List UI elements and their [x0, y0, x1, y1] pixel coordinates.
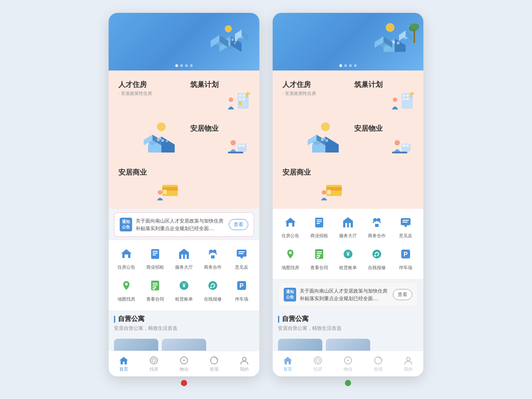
- icon-housing-notice-r[interactable]: 住房公告: [278, 213, 303, 239]
- icon-housing-notice[interactable]: 住房公告: [114, 245, 139, 270]
- svg-point-105: [393, 98, 397, 102]
- property-illus-r: [388, 135, 417, 159]
- nav-home-label-right: 首页: [283, 366, 292, 372]
- service-hall-label: 服务大厅: [175, 264, 193, 270]
- icon-online-repair[interactable]: 在线报修: [200, 277, 225, 302]
- svg-rect-137: [317, 253, 322, 254]
- nav-home-icon-left: [119, 356, 129, 365]
- svg-rect-126: [349, 223, 351, 227]
- icon-map-find-r[interactable]: 地图找房: [278, 245, 303, 271]
- announcement-left: 通知 公告 关于面向南山区人才安居政策与加快住房补贴落实到重点企业规划已经全面.…: [114, 212, 254, 237]
- card-rencai-title-r: 人才住房: [282, 80, 342, 90]
- view-contract-label: 查看合同: [146, 296, 164, 302]
- svg-rect-46: [153, 254, 156, 255]
- svg-marker-55: [240, 257, 243, 259]
- svg-rect-21: [161, 139, 164, 142]
- card-property[interactable]: 安居物业: [186, 120, 254, 160]
- section-header-right: 自营公寓: [273, 310, 423, 325]
- svg-rect-35: [239, 145, 241, 147]
- svg-rect-104: [407, 98, 409, 100]
- nav-findroom-left[interactable]: 找房: [149, 356, 159, 372]
- icon-service-hall[interactable]: 服务大厅: [172, 245, 196, 270]
- icon-row-1-r: 住房公告 商业招租 服务大厅: [276, 213, 420, 239]
- icon-online-repair-r[interactable]: 在线报修: [364, 245, 389, 271]
- parking-icon-r: P: [397, 245, 415, 263]
- nav-mine-left[interactable]: 我的: [239, 356, 249, 372]
- card-thumb-r1[interactable]: [278, 339, 322, 351]
- service-hall-icon-r: [339, 213, 357, 231]
- rdot-2: [344, 64, 347, 67]
- svg-point-70: [150, 357, 157, 364]
- icon-feedback[interactable]: 意见反: [229, 245, 254, 270]
- card-thumb-r2[interactable]: [326, 339, 370, 351]
- map-find-label-r: 地图找房: [282, 265, 299, 271]
- scroll-area-left: 人才住房 · 安居政策性住房: [109, 70, 259, 351]
- nav-discover-icon-left: [209, 356, 219, 365]
- card-thumb-1[interactable]: [114, 339, 158, 351]
- svg-rect-30: [246, 92, 248, 98]
- card-commerce-right[interactable]: 安居商业: [278, 164, 346, 203]
- announcement-btn[interactable]: 查看: [229, 219, 248, 230]
- card-rencai-right[interactable]: 人才住房 · 安居政策性住房: [278, 76, 346, 160]
- svg-point-127: [373, 218, 377, 222]
- icon-view-contract[interactable]: 查看合同: [143, 277, 168, 302]
- card-commerce[interactable]: 安居商业: [114, 164, 182, 203]
- nav-property-left[interactable]: 物业: [179, 356, 189, 372]
- icon-business-coop-r[interactable]: 商务合作: [364, 213, 389, 239]
- rencai-illus: [141, 113, 181, 158]
- svg-marker-124: [343, 217, 353, 221]
- svg-point-9: [225, 25, 232, 32]
- icon-parking[interactable]: P 停车场: [229, 277, 254, 302]
- nav-discover-left[interactable]: 发现: [209, 356, 219, 372]
- card-property-right[interactable]: 安居物业: [350, 120, 418, 160]
- card-zhuchao[interactable]: 筑巢计划: [186, 76, 254, 116]
- icon-commercial-rent[interactable]: 商业招租: [143, 245, 168, 270]
- dot-3: [185, 64, 188, 67]
- svg-point-75: [243, 357, 246, 361]
- nav-property-icon-left: [179, 356, 189, 365]
- card-zhuchao-right[interactable]: 筑巢计划: [350, 76, 418, 116]
- svg-point-32: [231, 140, 236, 145]
- svg-rect-99: [325, 139, 328, 142]
- nav-home-right[interactable]: 首页: [283, 356, 293, 372]
- card-preview-right: [273, 335, 423, 351]
- card-property-title-r: 安居物业: [354, 124, 414, 133]
- nav-mine-right[interactable]: 我的: [403, 356, 413, 372]
- icon-map-find[interactable]: 地图找房: [114, 277, 139, 302]
- property-illus: [224, 135, 253, 159]
- nav-findroom-right[interactable]: 找房: [313, 356, 323, 372]
- icon-business-coop[interactable]: 商务合作: [200, 245, 225, 270]
- svg-rect-106: [411, 92, 412, 98]
- nav-mine-icon-left: [239, 356, 249, 365]
- nav-property-label-left: 物业: [180, 366, 188, 372]
- icon-rent-bill[interactable]: ¥ 租赁账单: [172, 277, 196, 302]
- parking-label-r: 停车场: [399, 265, 412, 271]
- card-thumb-2[interactable]: [162, 339, 206, 351]
- svg-rect-101: [403, 94, 405, 97]
- nav-home-left[interactable]: 首页: [119, 356, 129, 372]
- icon-rent-bill-r[interactable]: ¥ 租赁账单: [336, 245, 360, 271]
- svg-rect-50: [185, 254, 187, 259]
- svg-point-150: [375, 357, 382, 364]
- svg-rect-103: [403, 98, 405, 100]
- online-repair-label: 在线报修: [204, 296, 222, 302]
- card-commerce-title-r: 安居商业: [282, 168, 342, 177]
- svg-rect-118: [289, 223, 292, 227]
- nav-discover-right[interactable]: 发现: [373, 356, 383, 372]
- zhuchao-illus: [224, 91, 253, 115]
- icon-parking-r[interactable]: P 停车场: [393, 245, 418, 271]
- hero-grid-right: 人才住房 · 安居政策性住房: [278, 76, 418, 203]
- icon-feedback-r[interactable]: 意见反: [393, 213, 418, 239]
- icon-commercial-rent-r[interactable]: 商业招租: [307, 213, 332, 239]
- bottom-nav-right: 首页 找房 物业 发现 我的: [273, 351, 423, 376]
- announcement-btn-r[interactable]: 查看: [393, 289, 412, 300]
- svg-rect-26: [239, 98, 241, 100]
- icon-view-contract-r[interactable]: 查看合同: [307, 245, 332, 271]
- svg-text:P: P: [239, 282, 243, 289]
- icon-service-hall-r[interactable]: 服务大厅: [336, 213, 360, 239]
- icon-row-2: 地图找房 查看合同 ¥ 租赁账单: [112, 277, 256, 302]
- nav-findroom-icon-right: [313, 356, 323, 365]
- nav-findroom-label-right: 找房: [313, 366, 322, 372]
- nav-property-right[interactable]: 物业: [343, 356, 353, 372]
- card-rencai[interactable]: 人才住房 · 安居政策性住房: [114, 76, 182, 160]
